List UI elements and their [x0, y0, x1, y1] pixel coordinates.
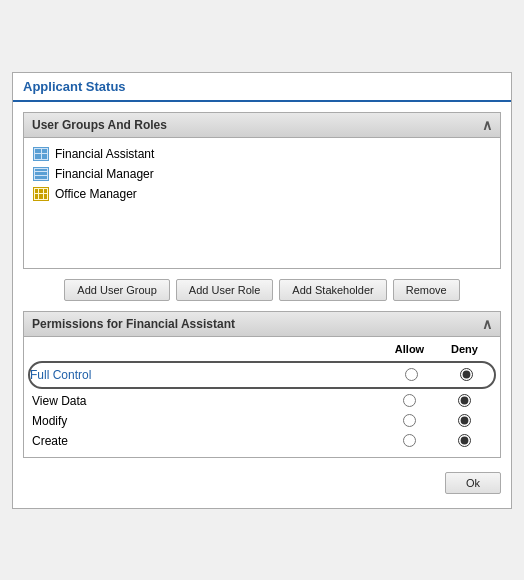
collapse-icon[interactable]: ∧: [482, 117, 492, 133]
user-groups-title: User Groups And Roles: [32, 118, 167, 132]
action-buttons-row: Add User Group Add User Role Add Stakeho…: [23, 279, 501, 301]
radio-allow-modify[interactable]: [403, 414, 416, 427]
permissions-section: Permissions for Financial Assistant ∧ Al…: [23, 311, 501, 458]
financial-assistant-label: Financial Assistant: [55, 147, 154, 161]
list-item-office-manager[interactable]: Office Manager: [32, 184, 492, 204]
perm-row-modify: Modify: [32, 411, 492, 431]
office-manager-icon: [32, 186, 50, 202]
add-stakeholder-button[interactable]: Add Stakeholder: [279, 279, 386, 301]
add-user-role-button[interactable]: Add User Role: [176, 279, 274, 301]
permissions-content: Allow Deny Full Control: [24, 337, 500, 457]
user-groups-header: User Groups And Roles ∧: [24, 113, 500, 138]
permissions-header: Permissions for Financial Assistant ∧: [24, 312, 500, 337]
list-item-financial-manager[interactable]: Financial Manager: [32, 164, 492, 184]
user-groups-section: User Groups And Roles ∧ Financial Assist…: [23, 112, 501, 269]
perm-label-create: Create: [32, 434, 382, 448]
office-manager-label: Office Manager: [55, 187, 137, 201]
highlight-oval: Full Control: [28, 361, 496, 389]
radio-allow-view-data[interactable]: [403, 394, 416, 407]
perm-label-full-control: Full Control: [30, 368, 384, 382]
ok-button[interactable]: Ok: [445, 472, 501, 494]
radio-allow-create[interactable]: [403, 434, 416, 447]
list-item-financial-assistant[interactable]: Financial Assistant: [32, 144, 492, 164]
radio-allow-full-control[interactable]: [405, 368, 418, 381]
perm-deny-full-control: [439, 368, 494, 381]
permissions-collapse-icon[interactable]: ∧: [482, 316, 492, 332]
perm-row-full-control: Full Control: [30, 365, 494, 385]
perm-allow-modify: [382, 414, 437, 427]
perm-deny-modify: [437, 414, 492, 427]
financial-manager-label: Financial Manager: [55, 167, 154, 181]
panel-body: User Groups And Roles ∧ Financial Assist…: [13, 102, 511, 508]
perm-label-modify: Modify: [32, 414, 382, 428]
financial-assistant-icon: [32, 146, 50, 162]
perm-allow-header: Allow: [382, 343, 437, 355]
perm-row-view-data: View Data: [32, 391, 492, 411]
radio-deny-view-data[interactable]: [458, 394, 471, 407]
financial-manager-icon: [32, 166, 50, 182]
radio-deny-modify[interactable]: [458, 414, 471, 427]
perm-label-view-data: View Data: [32, 394, 382, 408]
perm-allow-view-data: [382, 394, 437, 407]
permissions-title: Permissions for Financial Assistant: [32, 317, 235, 331]
radio-deny-full-control[interactable]: [460, 368, 473, 381]
add-user-group-button[interactable]: Add User Group: [64, 279, 169, 301]
perm-deny-create: [437, 434, 492, 447]
panel-title: Applicant Status: [13, 73, 511, 102]
perm-row-create: Create: [32, 431, 492, 451]
perm-deny-header: Deny: [437, 343, 492, 355]
main-panel: Applicant Status User Groups And Roles ∧…: [12, 72, 512, 509]
ok-row: Ok: [23, 468, 501, 498]
perm-allow-create: [382, 434, 437, 447]
remove-button[interactable]: Remove: [393, 279, 460, 301]
permissions-column-headers: Allow Deny: [32, 343, 492, 357]
user-groups-content: Financial Assistant Financial Manager: [24, 138, 500, 268]
perm-deny-view-data: [437, 394, 492, 407]
perm-allow-full-control: [384, 368, 439, 381]
radio-deny-create[interactable]: [458, 434, 471, 447]
